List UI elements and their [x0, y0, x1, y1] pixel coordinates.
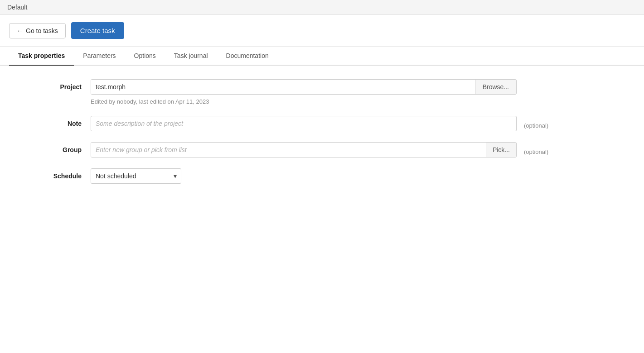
group-field: Pick... (optional)	[91, 142, 626, 157]
tab-task-properties[interactable]: Task properties	[9, 47, 74, 66]
group-input-wrapper: Pick...	[91, 142, 517, 157]
schedule-select[interactable]: Not scheduled Daily Weekly Monthly Custo…	[91, 168, 181, 184]
go-back-arrow: ←	[17, 27, 23, 34]
project-label: Project	[18, 79, 91, 91]
group-label: Group	[18, 142, 91, 153]
schedule-row: Schedule Not scheduled Daily Weekly Mont…	[18, 168, 626, 184]
group-input[interactable]	[91, 143, 486, 157]
tab-options[interactable]: Options	[125, 47, 165, 66]
note-label: Note	[18, 116, 91, 127]
content-area: Project Browse... Edited by nobody, last…	[0, 66, 644, 208]
toolbar: ← Go to tasks Create task	[0, 15, 644, 47]
top-bar: Default	[0, 0, 644, 15]
project-row: Project Browse... Edited by nobody, last…	[18, 79, 626, 105]
note-row: Note (optional)	[18, 116, 626, 131]
note-optional: (optional)	[520, 118, 548, 129]
note-field: (optional)	[91, 116, 626, 131]
top-bar-label: Default	[7, 4, 27, 11]
tab-documentation[interactable]: Documentation	[217, 47, 278, 66]
pick-button[interactable]: Pick...	[486, 143, 516, 157]
edited-text: Edited by nobody, last edited on Apr 11,…	[91, 98, 626, 105]
group-optional: (optional)	[520, 144, 548, 155]
schedule-label: Schedule	[18, 168, 91, 180]
tab-parameters[interactable]: Parameters	[74, 47, 125, 66]
create-task-button[interactable]: Create task	[71, 22, 124, 39]
project-input-wrapper: Browse...	[91, 79, 517, 95]
project-input[interactable]	[91, 80, 475, 94]
tabs-bar: Task properties Parameters Options Task …	[0, 47, 644, 66]
go-back-button[interactable]: ← Go to tasks	[9, 23, 66, 38]
go-back-label: Go to tasks	[26, 27, 58, 34]
schedule-field: Not scheduled Daily Weekly Monthly Custo…	[91, 168, 626, 184]
browse-button[interactable]: Browse...	[475, 80, 516, 94]
schedule-wrapper: Not scheduled Daily Weekly Monthly Custo…	[91, 168, 181, 184]
tab-task-journal[interactable]: Task journal	[165, 47, 217, 66]
note-input[interactable]	[91, 116, 517, 131]
group-row: Group Pick... (optional)	[18, 142, 626, 157]
